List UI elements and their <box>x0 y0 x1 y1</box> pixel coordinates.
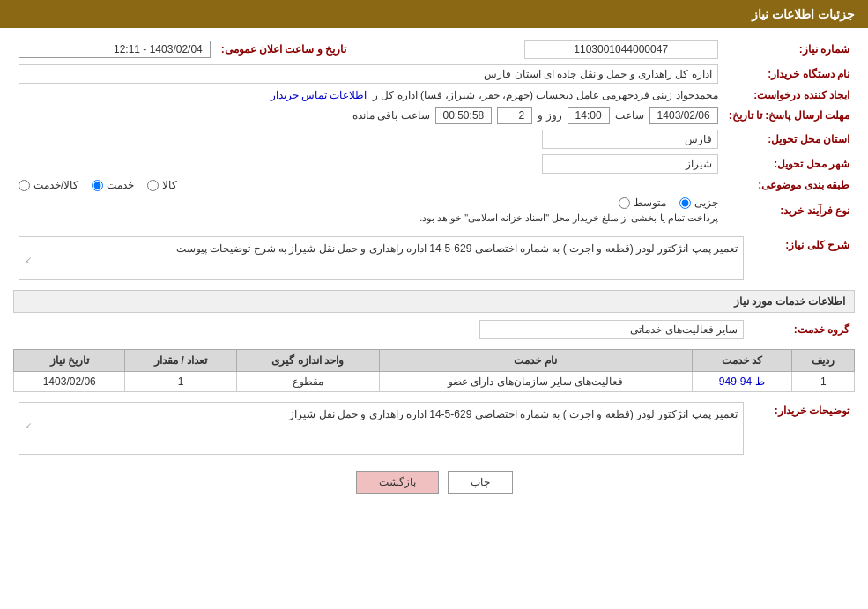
response-remaining: 00:50:58 <box>435 107 493 124</box>
col-name: نام خدمت <box>379 350 692 372</box>
radio-jozyi[interactable]: جزیی <box>679 197 718 209</box>
button-bar: چاپ بازگشت <box>13 471 855 494</box>
print-button[interactable]: چاپ <box>448 471 513 494</box>
province-value: فارس <box>542 130 718 149</box>
response-days: 2 <box>497 107 532 124</box>
services-section-label: اطلاعات خدمات مورد نیاز <box>13 290 855 313</box>
response-deadline-label: مهلت ارسال پاسخ: تا تاریخ: <box>723 104 855 127</box>
response-date: 1403/02/06 <box>649 107 718 124</box>
process-note: پرداخت تمام یا بخشی از مبلغ خریدار محل "… <box>419 212 718 224</box>
need-desc-label: شرح کلی نیاز: <box>749 234 855 283</box>
requester-link[interactable]: اطلاعات تماس خریدار <box>271 89 367 101</box>
table-row: 1ط-94-949فعالیت‌های سایر سازمان‌های دارا… <box>14 372 855 392</box>
response-day-label: روز و <box>538 109 561 122</box>
radio-kala[interactable]: کالا <box>147 179 177 191</box>
need-number-value: 1103001044000047 <box>524 40 718 59</box>
response-time: 14:00 <box>568 107 610 124</box>
city-label: شهر محل تحویل: <box>723 152 855 176</box>
page-title: جزئیات اطلاعات نیاز <box>752 7 855 21</box>
service-group-label: گروه خدمت: <box>749 317 855 342</box>
city-value: شیراز <box>542 154 718 174</box>
radio-motavaset-label: متوسط <box>634 197 666 209</box>
radio-kala-khedmat-label: کالا/خدمت <box>33 179 78 191</box>
need-desc-value: تعمیر پمپ انژکتور لودر (قطعه و اجرت ) به… <box>19 236 744 280</box>
radio-motavaset[interactable]: متوسط <box>619 197 666 209</box>
announce-date-label: تاریخ و ساعت اعلان عمومی: <box>216 37 364 62</box>
radio-khedmat-label: خدمت <box>107 179 134 191</box>
radio-kala-label: کالا <box>162 179 177 191</box>
radio-kala-khedmat-input[interactable] <box>19 180 30 191</box>
category-label: طبقه بندی موضوعی: <box>723 176 855 194</box>
radio-kala-input[interactable] <box>147 180 159 191</box>
services-table: ردیف کد خدمت نام خدمت واحد اندازه گیری ت… <box>13 349 855 392</box>
announce-date-value: 1403/02/04 - 12:11 <box>19 41 211 58</box>
response-time-label: ساعت <box>615 109 644 122</box>
col-code: کد خدمت <box>692 350 792 372</box>
radio-jozyi-label: جزیی <box>694 197 718 209</box>
requester-label: ایجاد کننده درخواست: <box>723 86 855 104</box>
radio-jozyi-input[interactable] <box>679 197 691 209</box>
service-group-value: سایر فعالیت‌های خدماتی <box>479 320 744 339</box>
buyer-org-label: نام دستگاه خریدار: <box>723 62 855 86</box>
province-label: استان محل تحویل: <box>723 127 855 152</box>
requester-value: محمدجواد زینی فردجهرمی عامل ذیحساب (جهرم… <box>373 89 718 101</box>
page-header: جزئیات اطلاعات نیاز <box>0 0 868 28</box>
radio-kala-khedmat[interactable]: کالا/خدمت <box>19 179 78 191</box>
radio-khedmat-input[interactable] <box>92 180 103 191</box>
radio-motavaset-input[interactable] <box>619 197 630 209</box>
radio-khedmat[interactable]: خدمت <box>92 179 134 191</box>
col-row: ردیف <box>792 350 855 372</box>
need-number-label: شماره نیاز: <box>723 37 855 62</box>
col-unit: واحد اندازه گیری <box>236 350 379 372</box>
buyer-desc-label: توضیحات خریدار: <box>749 399 855 457</box>
process-radio-group: متوسط جزیی <box>619 197 718 209</box>
process-label: نوع فرآیند خرید: <box>723 194 855 227</box>
buyer-desc-value: تعمیر پمپ انژکتور لودر (قطعه و اجرت ) به… <box>19 402 744 455</box>
response-remaining-label: ساعت باقی مانده <box>352 109 430 122</box>
col-date: تاریخ نیاز <box>14 350 125 372</box>
col-qty: تعداد / مقدار <box>125 350 236 372</box>
category-radio-group: کالا/خدمت خدمت کالا <box>19 179 718 191</box>
back-button[interactable]: بازگشت <box>356 471 439 494</box>
buyer-org-value: اداره کل راهداری و حمل و نقل جاده ای است… <box>19 64 718 84</box>
